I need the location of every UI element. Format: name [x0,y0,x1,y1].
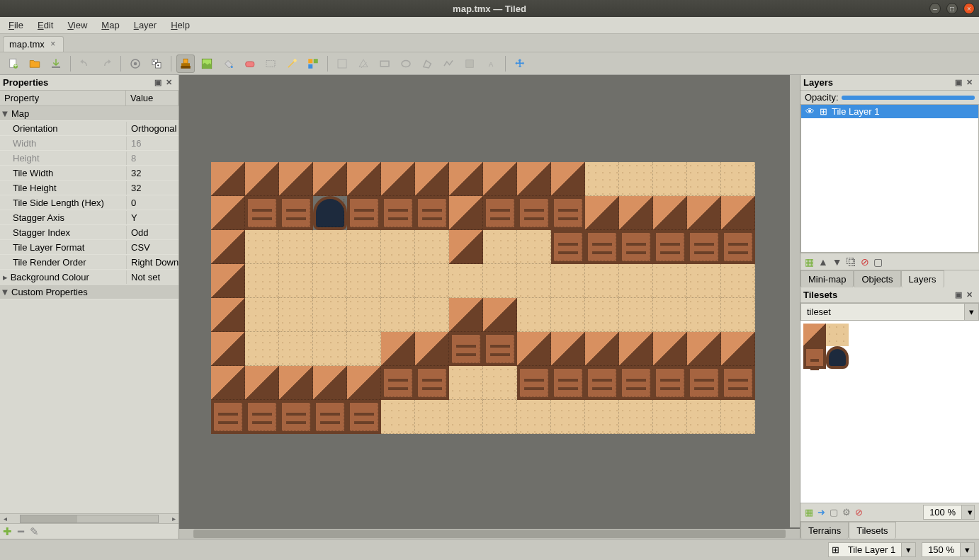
prop-layer-format[interactable]: Tile Layer FormatCSV [0,240,179,255]
prop-tile-height[interactable]: Tile Height32 [0,181,179,195]
map-tile[interactable] [619,400,653,434]
move-view-button[interactable] [511,55,529,73]
group-custom[interactable]: ▼Custom Properties [0,285,179,299]
map-tile[interactable] [517,400,551,434]
document-tab[interactable]: map.tmx × [3,36,64,52]
tileset-tile[interactable] [803,346,826,369]
map-tile[interactable] [279,366,313,400]
tileset-tile[interactable] [803,324,826,346]
tab-layers[interactable]: Layers [901,270,944,287]
map-tile[interactable] [381,230,415,264]
map-tile[interactable] [551,230,585,264]
menu-map[interactable]: Map [94,18,126,33]
map-tile[interactable] [279,196,313,230]
map-tile[interactable] [347,298,381,332]
map-tile[interactable] [449,366,483,400]
stamp-brush-button[interactable] [176,55,195,73]
map-tile[interactable] [517,264,551,298]
open-file-button[interactable] [26,55,44,73]
new-tileset-icon[interactable]: ▦ [805,507,813,518]
map-tile[interactable] [517,366,551,400]
map-tile[interactable] [279,400,313,434]
map-tile[interactable] [279,230,313,264]
map-viewport[interactable] [179,75,800,539]
group-map[interactable]: ▼Map [0,106,179,121]
map-tile[interactable] [653,230,687,264]
terrain-brush-button[interactable] [198,55,216,73]
prop-stagger-axis[interactable]: Stagger AxisY [0,210,179,225]
other-layer-icon[interactable]: ▢ [873,256,883,268]
map-tile[interactable] [415,264,449,298]
prop-bg-colour[interactable]: ▸ Background ColourNot set [0,270,179,285]
map-tile[interactable] [585,400,619,434]
map-tile[interactable] [721,264,755,298]
insert-polyline-button[interactable] [439,55,458,73]
map-tile[interactable] [687,196,721,230]
map-tile[interactable] [279,332,313,366]
map-tile[interactable] [517,196,551,230]
tileset-tile[interactable] [826,324,849,346]
map-tile[interactable] [721,400,755,434]
panel-undock-icon[interactable]: ▣ [154,78,164,88]
canvas-vscroll[interactable] [790,75,800,527]
delete-layer-icon[interactable]: ⊘ [861,256,869,268]
map-tile[interactable] [381,400,415,434]
map-tile[interactable] [415,366,449,400]
menu-file[interactable]: File [1,18,30,33]
map-tile[interactable] [687,298,721,332]
map-tile[interactable] [279,264,313,298]
map-tile[interactable] [347,366,381,400]
dropdown-arrow-icon[interactable]: ▾ [964,304,978,320]
prop-tile-side[interactable]: Tile Side Length (Hex)0 [0,195,179,210]
map-tile[interactable] [483,264,517,298]
map-tile[interactable] [211,332,245,366]
map-tile[interactable] [415,230,449,264]
tab-close-icon[interactable]: × [49,40,57,49]
prop-render-order[interactable]: Tile Render OrderRight Down [0,255,179,270]
menu-view[interactable]: View [60,18,94,33]
map-tile[interactable] [653,298,687,332]
map-tile[interactable] [517,162,551,196]
map-tile[interactable] [585,366,619,400]
map-tile[interactable] [721,196,755,230]
map-tile[interactable] [211,196,245,230]
prop-orientation[interactable]: OrientationOrthogonal [0,121,179,136]
map-tile[interactable] [313,162,347,196]
map-tile[interactable] [619,298,653,332]
insert-ellipse-button[interactable] [397,55,415,73]
insert-text-button[interactable]: A [482,55,500,73]
map-tile[interactable] [551,400,585,434]
map-tile[interactable] [449,400,483,434]
export-tileset-icon[interactable]: ▢ [830,507,838,518]
map-tile[interactable] [687,264,721,298]
minimize-button[interactable]: – [929,3,941,14]
tileset-tile[interactable] [826,346,849,369]
random-button[interactable] [147,55,166,73]
insert-polygon-button[interactable] [418,55,436,73]
move-up-icon[interactable]: ▲ [818,256,828,268]
map-tile[interactable] [347,196,381,230]
duplicate-layer-icon[interactable]: ⿻ [847,256,856,268]
map-tile[interactable] [585,196,619,230]
prop-tile-width[interactable]: Tile Width32 [0,166,179,181]
menu-help[interactable]: Help [164,18,197,33]
map-tile[interactable] [415,298,449,332]
map-tile[interactable] [619,230,653,264]
map-tile[interactable] [449,230,483,264]
map-tile[interactable] [585,332,619,366]
map-tile[interactable] [279,298,313,332]
properties-hscroll[interactable]: ◂▸ [0,513,179,523]
bucket-fill-button[interactable] [219,55,237,73]
tileset-preview[interactable] [800,321,979,503]
map-tile[interactable] [449,332,483,366]
canvas-hscroll[interactable] [179,529,800,539]
map-tile[interactable] [313,332,347,366]
map-tile[interactable] [381,162,415,196]
delete-tileset-icon[interactable]: ⊘ [855,507,863,518]
move-down-icon[interactable]: ▼ [832,256,842,268]
map-tile[interactable] [449,196,483,230]
map-tile[interactable] [585,264,619,298]
map-tile[interactable] [483,298,517,332]
panel-close-icon[interactable]: ✕ [966,290,976,300]
map-tile[interactable] [211,162,245,196]
